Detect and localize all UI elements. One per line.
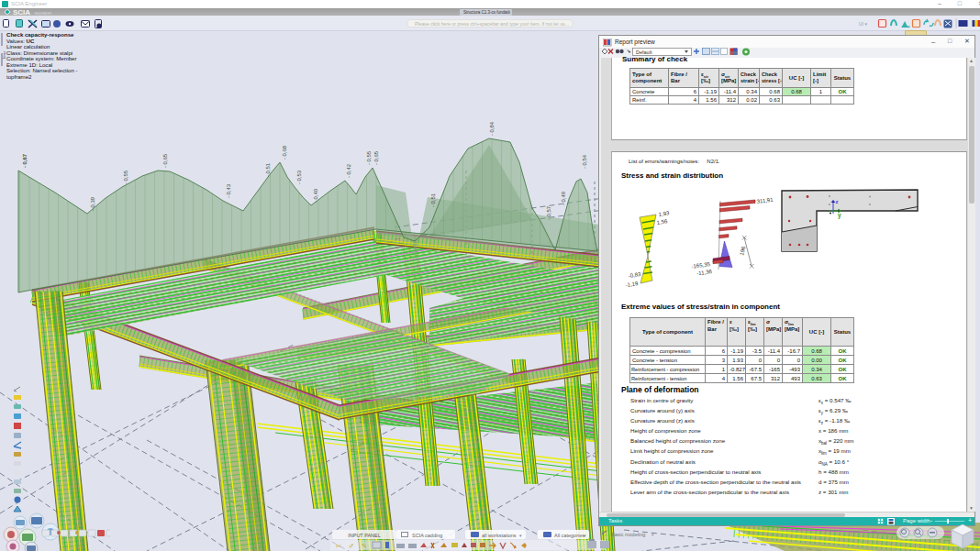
svg-text:Default: Default: [636, 50, 652, 55]
svg-text:SCIA cadding: SCIA cadding: [412, 533, 442, 538]
svg-text:- 0,68: - 0,68: [282, 145, 287, 160]
svg-text:SCIA: SCIA: [13, 8, 30, 16]
svg-text:- 0,55: - 0,55: [366, 150, 372, 165]
svg-text:✐: ✐: [349, 543, 354, 549]
svg-text:- 0,49: - 0,49: [561, 192, 566, 205]
svg-text:311,91: 311,91: [756, 196, 774, 204]
svg-text:UI ▾: UI ▾: [859, 21, 867, 27]
svg-text:INPUT PANEL: INPUT PANEL: [348, 533, 381, 538]
svg-text:all workstations: all workstations: [482, 533, 517, 538]
svg-text:y: y: [838, 212, 841, 219]
svg-text:- 0,55: - 0,55: [123, 170, 128, 184]
svg-text:- 0,84: - 0,84: [489, 121, 495, 136]
svg-text:-165,35: -165,35: [691, 261, 711, 270]
svg-text:- 0,57: - 0,57: [546, 206, 551, 220]
svg-text:Please click here or press ctr: Please click here or press ctrl+spacebar…: [415, 22, 569, 27]
svg-text:ENGINEER: ENGINEER: [35, 12, 52, 16]
svg-text:- 0,40: - 0,40: [313, 188, 318, 203]
svg-text:✂: ✂: [336, 543, 341, 549]
svg-text:-0,83: -0,83: [628, 271, 641, 279]
svg-text:1,56: 1,56: [656, 218, 668, 226]
svg-text:z: z: [836, 199, 839, 204]
svg-text:- 0,67: - 0,67: [22, 153, 28, 168]
svg-text:- 0,65: - 0,65: [373, 150, 379, 165]
svg-text:✎: ✎: [362, 543, 367, 549]
svg-text:All categories: All categories: [554, 533, 585, 538]
svg-text:- 0,51: - 0,51: [265, 163, 271, 177]
svg-text:-1,19: -1,19: [625, 281, 639, 288]
svg-text:- 0,42: - 0,42: [346, 164, 351, 178]
svg-text:196: 196: [739, 245, 747, 256]
svg-text:Basic modeling: Basic modeling: [611, 532, 645, 537]
svg-text:-11,36: -11,36: [696, 269, 713, 276]
svg-text:- 0,53: - 0,53: [296, 170, 302, 184]
svg-text:- 0,39: - 0,39: [90, 197, 95, 211]
svg-text:▾: ▾: [651, 532, 654, 537]
svg-text:- 0,54: - 0,54: [582, 154, 587, 169]
svg-text:- 0,65: - 0,65: [162, 153, 168, 168]
svg-text:- 0,43: - 0,43: [226, 183, 231, 198]
svg-text:1,93: 1,93: [658, 210, 670, 217]
svg-text:- 0,51: - 0,51: [430, 193, 436, 207]
